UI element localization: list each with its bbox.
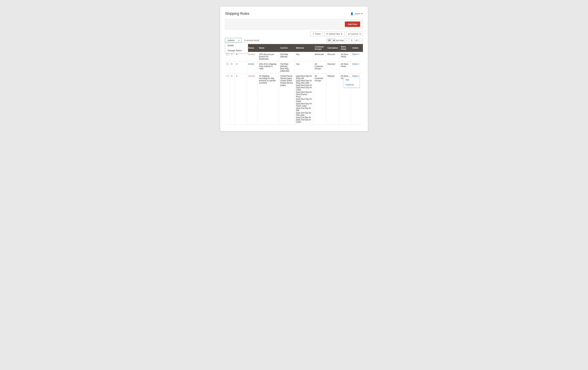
actions-menu-item-delete[interactable]: Delete — [225, 43, 248, 48]
row-methods: [ups] Next Day Air Early AM [ups] Next D… — [295, 74, 313, 125]
columns-button[interactable]: ⚙ Columns ▼ — [346, 32, 363, 36]
row-carriers: Flat Rate [flatrate] Best Way [tablerate… — [279, 62, 295, 74]
filter-bar: ▼ Filters 👁 Default View ▼ ⚙ Columns ▼ — [225, 32, 363, 36]
page-of: of 1 — [355, 39, 359, 42]
gear-icon: ⚙ — [348, 33, 350, 35]
prev-page-button[interactable]: ‹ — [345, 38, 348, 42]
row-status: Inactive — [247, 74, 258, 125]
table-row: 63InactiveAir shipping surcharge to ship… — [225, 74, 363, 125]
header-right: 👤 admin ▼ — [350, 12, 363, 15]
actions-menu-item-change-status[interactable]: Change Status — [225, 48, 248, 53]
row-carriers: United Parcel Service [ups] United State… — [279, 74, 295, 125]
row-status: Active — [247, 62, 258, 74]
action-dropdown-container: Select ▼ — [352, 53, 360, 55]
table-row: 74Inactive10% discount per product for w… — [225, 52, 363, 62]
row-checkbox[interactable] — [226, 53, 229, 55]
col-status-header: Status — [247, 44, 258, 52]
table-body: 74Inactive10% discount per product for w… — [225, 52, 363, 125]
action-select-link[interactable]: Select ▼ — [352, 63, 360, 65]
row-carriers: Flat Rate [flatrate] — [279, 52, 295, 62]
row-name: 10% discount per product for wholesales — [258, 52, 279, 62]
col-store-views-header: Store Views — [339, 44, 351, 52]
next-page-button[interactable]: › — [359, 38, 363, 42]
view-chevron-icon: ▼ — [341, 33, 343, 35]
row-id: 7 — [230, 52, 235, 62]
action-dropdown-menu: EditDuplicate — [343, 77, 360, 87]
row-store-views: All Store Views — [339, 52, 351, 62]
row-store-views: All Store Views — [339, 62, 351, 74]
row-status: Inactive — [247, 52, 258, 62]
per-page-select[interactable]: 20 50 100 — [326, 38, 336, 43]
page-header: Shipping Rules 👤 admin ▼ — [225, 11, 363, 16]
row-customer-groups: All Customer Groups — [313, 74, 326, 125]
actions-menu: Delete Change Status — [225, 43, 248, 53]
grid-actions-row: Actions ▲ Delete Change Status 6 records… — [225, 38, 363, 43]
admin-chevron-icon: ▼ — [361, 12, 363, 15]
page-container: Shipping Rules 👤 admin ▼ Add Rule ▼ Filt… — [220, 7, 368, 131]
action-menu-item[interactable]: Edit — [343, 77, 359, 82]
action-dropdown-container: Select ▼EditDuplicate — [352, 75, 360, 77]
admin-dropdown[interactable]: admin ▼ — [355, 12, 363, 15]
records-found: 6 records found — [244, 39, 259, 42]
col-customer-groups-header: Customer Groups — [313, 44, 326, 52]
admin-label: admin — [355, 12, 360, 15]
actions-arrow-icon: ▲ — [238, 39, 240, 41]
row-priority: 3 — [235, 74, 247, 125]
row-priority: 4 — [235, 52, 247, 62]
action-select-link[interactable]: Select ▼ — [352, 75, 360, 77]
row-calculation: Replace — [326, 74, 339, 125]
actions-button[interactable]: Actions ▲ — [225, 38, 242, 43]
add-rule-button[interactable]: Add Rule — [345, 22, 360, 27]
row-name: Air shipping surcharge to ship products … — [258, 74, 279, 125]
action-dropdown-container: Select ▼ — [352, 63, 360, 65]
table-row: 53Active20% off for shipping if the subt… — [225, 62, 363, 74]
row-methods: Any — [295, 62, 313, 74]
row-methods: Any — [295, 52, 313, 62]
default-view-button[interactable]: 👁 Default View ▼ — [324, 32, 345, 36]
page-current-input[interactable] — [349, 38, 355, 42]
row-customer-groups: Wholesale — [313, 52, 326, 62]
per-page-label: per page — [336, 39, 344, 42]
page-title: Shipping Rules — [225, 11, 249, 16]
row-checkbox-cell — [225, 74, 230, 125]
row-customer-groups: All Customer Groups — [313, 62, 326, 74]
col-methods-header: Methods — [295, 44, 313, 52]
col-name-header: Name — [258, 44, 279, 52]
action-arrow-icon: ▼ — [358, 63, 360, 65]
columns-chevron-icon: ▼ — [359, 33, 361, 35]
actions-left: Actions ▲ Delete Change Status 6 records… — [225, 38, 259, 43]
action-arrow-icon: ▼ — [358, 75, 360, 77]
action-arrow-icon: ▼ — [358, 54, 360, 55]
row-checkbox-cell — [225, 52, 230, 62]
row-id: 6 — [230, 74, 235, 125]
col-action-header: Action — [351, 44, 363, 52]
pagination: 20 50 100 per page ‹ of 1 › — [326, 38, 363, 43]
toolbar-bar: Add Rule — [225, 19, 363, 29]
funnel-icon: ▼ — [312, 33, 314, 35]
row-checkbox-cell — [225, 62, 230, 74]
row-action-cell: Select ▼EditDuplicate — [351, 74, 363, 125]
row-checkbox[interactable] — [226, 63, 229, 65]
actions-label: Actions — [228, 39, 235, 42]
action-select-link[interactable]: Select ▼ — [352, 53, 360, 55]
user-icon: 👤 — [350, 12, 354, 15]
row-priority: 3 — [235, 62, 247, 74]
row-calculation: Discount — [326, 52, 339, 62]
row-name: 20% off for shipping if the subtotal is … — [258, 62, 279, 74]
eye-icon: 👁 — [326, 33, 328, 35]
row-action-cell: Select ▼ — [351, 62, 363, 74]
actions-dropdown: Actions ▲ Delete Change Status — [225, 38, 242, 43]
row-calculation: Discount — [326, 62, 339, 74]
col-carriers-header: Carriers — [279, 44, 295, 52]
filters-button[interactable]: ▼ Filters — [310, 32, 323, 36]
row-action-cell: Select ▼ — [351, 52, 363, 62]
row-checkbox[interactable] — [226, 75, 229, 77]
shipping-rules-table: ID Priority ▲ Status Name Carriers Metho… — [225, 44, 363, 125]
row-id: 5 — [230, 62, 235, 74]
action-menu-item[interactable]: Duplicate — [343, 82, 359, 87]
col-calculation-header: Calculation — [326, 44, 339, 52]
